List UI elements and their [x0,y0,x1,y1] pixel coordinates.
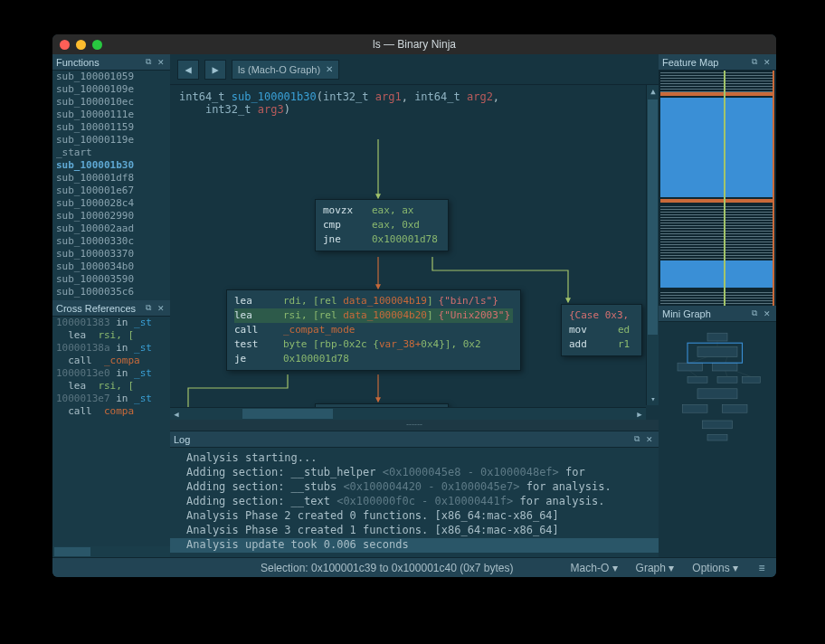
zoom-window-button[interactable] [92,40,102,50]
function-list-item[interactable]: sub_10000111e [52,109,170,121]
svg-line-14 [725,357,727,364]
asm-instruction[interactable]: movzxeax, ax [323,204,441,218]
scroll-up-icon[interactable]: ▲ [647,85,659,98]
nav-back-button[interactable]: ◀ [177,60,199,80]
xrefs-list[interactable]: 100001383 in _st lea rsi, [10000138a in … [52,317,170,546]
function-list-item[interactable]: sub_100003370 [52,248,170,260]
graph-node[interactable]: movzxeax, axcmpeax, 0xdjne0x100001d78 [315,199,449,251]
right-column: Feature Map ⧉ ✕ Mini Graph [659,54,776,557]
window-title: ls — Binary Ninja [52,38,776,51]
asm-instruction[interactable]: call_compat_mode [234,323,513,337]
function-list-item[interactable]: sub_1000034b0 [52,260,170,273]
xref-row[interactable]: 100001383 in _st [52,317,170,329]
log-line: Adding section: __text <0x100000f0c - 0x… [170,495,659,509]
function-list-item[interactable]: sub_1000010ec [52,96,170,109]
svg-rect-8 [683,404,708,412]
asm-instruction[interactable]: cmpeax, 0xd [323,218,441,232]
minimize-window-button[interactable] [76,40,86,50]
functions-list[interactable]: sub_100001059sub_10000109esub_1000010ecs… [52,71,170,300]
xref-row[interactable]: lea rsi, [ [52,380,170,393]
xref-hscroll[interactable] [52,546,170,557]
scroll-left-icon[interactable]: ◀ [170,408,183,420]
detach-icon[interactable]: ⧉ [143,303,154,314]
close-icon[interactable]: ✕ [644,434,655,445]
format-dropdown[interactable]: Mach-O ▾ [571,562,618,574]
asm-instruction[interactable]: {Case 0x3, [569,308,634,323]
xref-row[interactable]: 10000138a in _st [52,342,170,355]
feature-map-title: Feature Map [662,57,718,68]
graph-vscrollbar[interactable]: ▲ ▾ [646,85,659,405]
feature-map[interactable] [659,71,776,306]
svg-line-16 [725,371,727,377]
detach-icon[interactable]: ⧉ [749,308,760,319]
scroll-down-icon[interactable]: ▾ [647,393,659,405]
log-line: Analysis Phase 2 created 0 functions. [x… [170,509,659,524]
tab-label: ls (Mach-O Graph) [238,64,320,75]
asm-instruction[interactable]: testbyte [rbp-0x2c {var_38+0x4}], 0x2 [234,337,513,352]
view-dropdown[interactable]: Graph ▾ [636,562,675,574]
tab-close-icon[interactable]: ✕ [326,64,333,74]
svg-rect-6 [743,377,761,384]
function-list-item[interactable]: sub_1000028c4 [52,197,170,210]
close-icon[interactable]: ✕ [762,308,773,319]
scroll-right-icon[interactable]: ▶ [633,408,646,420]
svg-line-13 [689,357,707,364]
ruler: ┄┄┄ [170,420,659,431]
log-line: Analysis update took 0.006 seconds [170,538,659,553]
svg-line-15 [689,371,697,377]
function-list-item[interactable]: _start [52,147,170,159]
svg-rect-3 [713,363,738,371]
menu-icon[interactable]: ≡ [756,563,767,573]
graph-node[interactable]: leardi, [rel data_100004b19] {"bin/ls"}l… [226,289,521,371]
function-list-item[interactable]: sub_10000119e [52,134,170,147]
scroll-thumb[interactable] [242,409,333,419]
asm-instruction[interactable]: leardi, [rel data_100004b19] {"bin/ls"} [234,294,513,308]
asm-instruction[interactable]: je0x100001d78 [234,352,513,366]
asm-instruction[interactable]: learsi, [rel data_100004b20] {"Unix2003"… [234,308,513,323]
xref-row[interactable]: 1000013e7 in _st [52,393,170,405]
xref-row[interactable]: lea rsi, [ [52,329,170,342]
xref-row[interactable]: call _compa [52,355,170,367]
xref-row[interactable]: 1000013e0 in _st [52,367,170,380]
function-list-item[interactable]: sub_100003674 [52,298,170,300]
nav-forward-button[interactable]: ▶ [204,60,226,80]
function-list-item[interactable]: sub_100002990 [52,210,170,223]
close-icon[interactable]: ✕ [156,57,166,68]
asm-instruction[interactable]: jne0x100001d78 [323,232,441,247]
function-list-item[interactable]: sub_100001df8 [52,172,170,185]
detach-icon[interactable]: ⧉ [143,57,154,68]
graph-view[interactable]: int64_t sub_100001b30(int32_t arg1, int6… [170,85,659,420]
mini-graph[interactable] [659,322,776,557]
detach-icon[interactable]: ⧉ [749,57,760,68]
asm-instruction[interactable]: moved [569,323,634,337]
options-dropdown[interactable]: Options ▾ [692,562,738,574]
functions-panel-title: Functions [56,57,100,68]
function-list-item[interactable]: sub_100001e67 [52,185,170,197]
feature-map-header: Feature Map ⧉ ✕ [659,54,776,71]
function-list-item[interactable]: sub_100001159 [52,121,170,134]
tab-bar: ◀ ▶ ls (Mach-O Graph) ✕ [170,54,659,85]
function-list-item[interactable]: sub_10000109e [52,83,170,96]
log-body[interactable]: Analysis starting...Adding section: __st… [170,448,659,557]
status-bar: Selection: 0x100001c39 to 0x100001c40 (0… [52,557,776,577]
log-line: Analysis Phase 3 created 1 functions. [x… [170,524,659,538]
function-list-item[interactable]: sub_10000330c [52,235,170,248]
asm-instruction[interactable]: addr1 [569,337,634,352]
graph-node[interactable]: {Case 0x3,movedaddr1 [561,304,642,356]
function-list-item[interactable]: sub_100002aad [52,223,170,235]
close-window-button[interactable] [60,40,70,50]
scroll-thumb[interactable] [648,99,658,335]
tab-active[interactable]: ls (Mach-O Graph) ✕ [232,60,339,80]
close-icon[interactable]: ✕ [156,303,166,314]
log-line: Adding section: __stub_helper <0x1000045… [170,466,659,480]
close-icon[interactable]: ✕ [762,57,773,68]
function-list-item[interactable]: sub_100001b30 [52,159,170,172]
minigraph-title: Mini Graph [662,308,711,319]
detach-icon[interactable]: ⧉ [631,434,642,445]
function-list-item[interactable]: sub_100003590 [52,273,170,286]
xref-row[interactable]: call compa [52,405,170,418]
graph-hscrollbar[interactable]: ◀ ▶ [170,407,646,420]
log-line: Adding section: __stubs <0x100004420 - 0… [170,480,659,495]
function-list-item[interactable]: sub_100001059 [52,71,170,83]
function-list-item[interactable]: sub_1000035c6 [52,286,170,298]
